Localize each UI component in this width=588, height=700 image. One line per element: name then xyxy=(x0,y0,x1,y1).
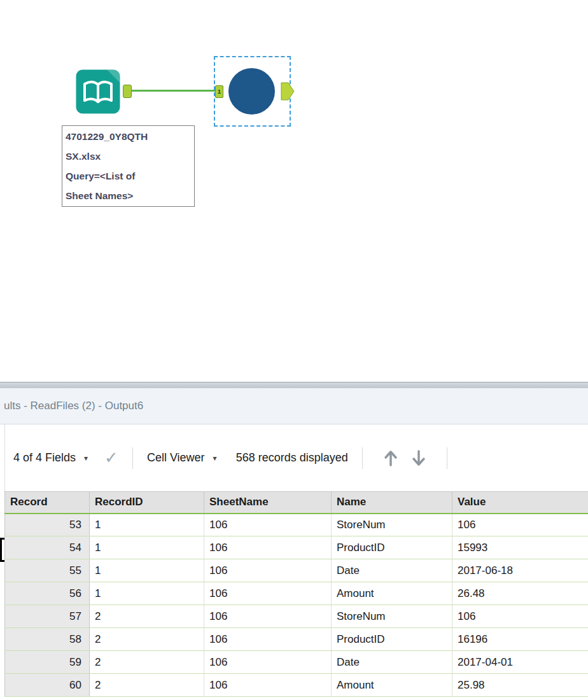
selected-tool[interactable] xyxy=(228,68,275,115)
results-title: ults - ReadFiles (2) - Output6 xyxy=(4,400,143,412)
data-cell[interactable]: 16196 xyxy=(452,628,588,651)
table-row: 592106Date2017-04-01 xyxy=(5,651,588,674)
record-number-cell[interactable]: 57 xyxy=(5,605,90,628)
output-anchor-icon xyxy=(281,82,295,101)
data-cell[interactable]: 26.48 xyxy=(452,582,588,605)
record-number-cell[interactable]: 59 xyxy=(5,651,90,674)
data-cell[interactable]: 106 xyxy=(452,605,588,628)
data-cell[interactable]: 15993 xyxy=(452,536,588,559)
data-cell[interactable]: Amount xyxy=(332,674,452,697)
data-cell[interactable]: ProductID xyxy=(332,536,452,559)
fields-dropdown-label: 4 of 4 Fields xyxy=(13,451,76,465)
results-grid-wrap: RecordRecordIDSheetNameNameValue531106St… xyxy=(4,491,588,697)
column-header-sheetname[interactable]: SheetName xyxy=(204,492,332,514)
records-displayed-text: 568 records displayed xyxy=(236,451,348,465)
cell-viewer-dropdown[interactable]: Cell Viewer ▾ xyxy=(147,451,217,465)
chevron-down-icon: ▾ xyxy=(213,454,217,463)
annotation-line: 4701229_0Y8QTH xyxy=(66,127,191,146)
data-cell[interactable]: 2017-06-18 xyxy=(452,559,588,582)
record-number-cell[interactable]: 55 xyxy=(5,559,90,582)
cell-viewer-label: Cell Viewer xyxy=(147,451,205,465)
table-row: 561106Amount26.48 xyxy=(5,582,588,605)
table-row: 602106Amount25.98 xyxy=(5,674,588,697)
panel-splitter[interactable] xyxy=(0,382,588,388)
data-cell[interactable]: StoreNum xyxy=(332,514,452,536)
record-number-cell[interactable]: 54 xyxy=(5,536,90,559)
record-number-cell[interactable]: 58 xyxy=(5,628,90,651)
data-cell[interactable]: 106 xyxy=(204,559,332,582)
toolbar-separator xyxy=(447,447,447,469)
data-cell[interactable]: 2 xyxy=(90,628,204,651)
table-row: 582106ProductID16196 xyxy=(5,628,588,651)
record-number-cell[interactable]: 60 xyxy=(5,674,90,697)
results-toolbar: 4 of 4 Fields ▾ ✓ Cell Viewer ▾ 568 reco… xyxy=(4,424,588,491)
table-row: 572106StoreNum106 xyxy=(5,605,588,628)
input-data-tool[interactable] xyxy=(75,69,121,115)
tool-input-anchor[interactable]: 1 xyxy=(215,85,223,98)
data-cell[interactable]: 106 xyxy=(204,582,332,605)
data-cell[interactable]: 25.98 xyxy=(452,674,588,697)
data-cell[interactable]: StoreNum xyxy=(332,605,452,628)
column-header-recordid[interactable]: RecordID xyxy=(90,492,204,514)
annotation-line: SX.xlsx xyxy=(66,146,191,166)
up-arrow-icon xyxy=(382,449,399,467)
data-cell[interactable]: ProductID xyxy=(332,628,452,651)
table-row: 541106ProductID15993 xyxy=(5,536,588,559)
down-arrow-icon xyxy=(410,449,427,467)
data-cell[interactable]: 106 xyxy=(204,628,332,651)
data-cell[interactable]: 106 xyxy=(204,536,332,559)
toolbar-separator xyxy=(362,447,363,469)
alteryx-designer-window: 1 4701229_0Y8QTH SX.xlsx Query=<List of … xyxy=(0,0,588,700)
fields-dropdown[interactable]: 4 of 4 Fields ▾ xyxy=(13,451,88,465)
data-cell[interactable]: 2 xyxy=(90,674,204,697)
column-header-name[interactable]: Name xyxy=(332,492,452,514)
data-cell[interactable]: 106 xyxy=(452,514,588,536)
data-cell[interactable]: 2 xyxy=(90,605,204,628)
data-cell[interactable]: 106 xyxy=(204,651,332,674)
data-cell[interactable]: Date xyxy=(332,559,452,582)
jump-down-button[interactable] xyxy=(410,449,427,467)
annotation-line: Sheet Names> xyxy=(66,186,191,206)
connection-line[interactable] xyxy=(132,90,215,92)
data-cell[interactable]: 1 xyxy=(90,536,204,559)
data-cell[interactable]: 2 xyxy=(90,651,204,674)
connection-number-label: 1 xyxy=(218,88,221,95)
workflow-canvas[interactable]: 1 4701229_0Y8QTH SX.xlsx Query=<List of … xyxy=(0,0,588,382)
current-row-marker xyxy=(0,538,4,562)
selected-tool-output-anchor[interactable] xyxy=(281,82,295,103)
results-table: RecordRecordIDSheetNameNameValue531106St… xyxy=(4,491,588,697)
toolbar-separator xyxy=(132,447,133,469)
results-panel: ults - ReadFiles (2) - Output6 4 of 4 Fi… xyxy=(0,382,588,700)
column-header-value[interactable]: Value xyxy=(452,492,588,514)
check-icon[interactable]: ✓ xyxy=(104,448,118,468)
input-tool-output-anchor[interactable] xyxy=(123,85,132,98)
table-row: 551106Date2017-06-18 xyxy=(5,559,588,582)
tool-annotation[interactable]: 4701229_0Y8QTH SX.xlsx Query=<List of Sh… xyxy=(62,125,195,207)
data-cell[interactable]: Date xyxy=(332,651,452,674)
input-data-book-icon xyxy=(75,69,121,115)
column-header-record[interactable]: Record xyxy=(5,492,90,514)
data-cell[interactable]: 1 xyxy=(90,582,204,605)
data-cell[interactable]: 1 xyxy=(90,559,204,582)
chevron-down-icon: ▾ xyxy=(84,454,88,463)
data-cell[interactable]: 106 xyxy=(204,514,332,536)
data-cell[interactable]: 2017-04-01 xyxy=(452,651,588,674)
header-row: RecordRecordIDSheetNameNameValue xyxy=(5,492,588,514)
record-number-cell[interactable]: 53 xyxy=(5,514,90,536)
jump-up-button[interactable] xyxy=(382,449,399,467)
annotation-line: Query=<List of xyxy=(66,166,191,186)
data-cell[interactable]: 1 xyxy=(90,514,204,536)
data-cell[interactable]: Amount xyxy=(332,582,452,605)
results-titlebar: ults - ReadFiles (2) - Output6 xyxy=(0,388,588,424)
data-cell[interactable]: 106 xyxy=(204,674,332,697)
table-row: 531106StoreNum106 xyxy=(5,514,588,536)
record-number-cell[interactable]: 56 xyxy=(5,582,90,605)
data-cell[interactable]: 106 xyxy=(204,605,332,628)
